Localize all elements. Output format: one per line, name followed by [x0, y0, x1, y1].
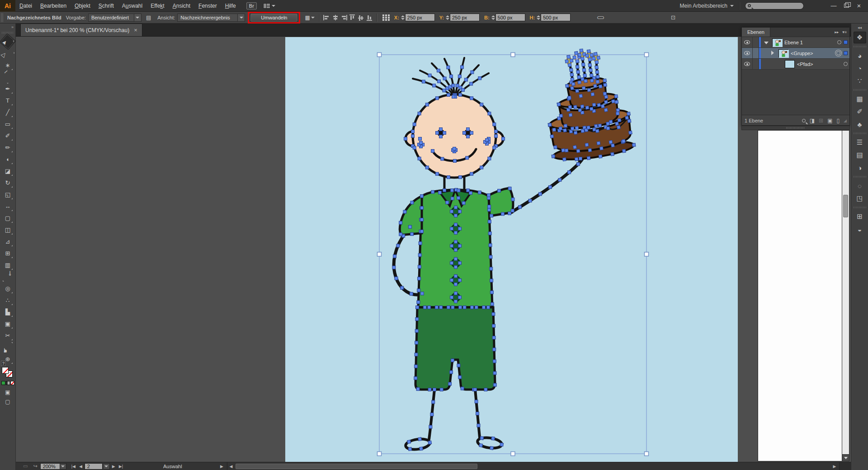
- hand-tool[interactable]: ☛: [2, 341, 14, 353]
- view-dropdown[interactable]: Nachzeichnerergebnis: [177, 14, 245, 22]
- stepper[interactable]: [446, 15, 449, 20]
- delete-layer-icon[interactable]: ▯: [836, 118, 840, 124]
- expand-panels-button[interactable]: ◂◂: [851, 24, 868, 31]
- panel-menu-icon[interactable]: ▾≡: [842, 30, 847, 34]
- status-menu-button[interactable]: ▶: [220, 464, 223, 469]
- gradient-button[interactable]: [6, 381, 10, 385]
- lock-toggle[interactable]: [753, 59, 759, 69]
- layer-thumbnail[interactable]: [772, 38, 782, 47]
- stepper[interactable]: [401, 15, 405, 20]
- none-button[interactable]: [10, 381, 14, 385]
- layers-panel-icon[interactable]: ❖: [854, 32, 866, 43]
- menu-hilfe[interactable]: Hilfe: [221, 0, 240, 12]
- appearance-panel-icon[interactable]: ◌: [854, 180, 866, 192]
- symbols-panel-icon[interactable]: ♣: [854, 118, 866, 130]
- selection-indicator[interactable]: [844, 40, 848, 44]
- menu-fenster[interactable]: Fenster: [194, 0, 221, 12]
- mesh-tool[interactable]: ⊞: [2, 247, 14, 259]
- artboard-tool[interactable]: ▣: [2, 318, 14, 329]
- layer-thumbnail[interactable]: [785, 60, 795, 68]
- pencil-tool[interactable]: ✏: [2, 141, 14, 153]
- artboard-number-field[interactable]: 2: [85, 463, 103, 470]
- graphic-styles-icon[interactable]: ◳: [854, 193, 866, 204]
- first-artboard-button[interactable]: |◀: [70, 464, 77, 469]
- preview-toggle-icon[interactable]: ▭: [23, 463, 28, 469]
- visibility-toggle[interactable]: [742, 37, 753, 47]
- traced-image-object[interactable]: [285, 37, 738, 462]
- scroll-down-button[interactable]: [842, 454, 849, 461]
- panel-group-grip[interactable]: [741, 126, 850, 130]
- transform-bounding-icon[interactable]: ⊡: [671, 14, 675, 21]
- workspace-switcher[interactable]: Mein Arbeitsbereich: [680, 3, 734, 9]
- new-layer-icon[interactable]: ▣: [827, 118, 832, 124]
- fill-stroke-widget[interactable]: ?: [1, 367, 14, 378]
- transform-panel-icon[interactable]: ⊞: [854, 211, 866, 222]
- selection-indicator[interactable]: [844, 51, 848, 55]
- layer-name[interactable]: Ebene 1: [784, 40, 803, 45]
- minimize-button[interactable]: —: [827, 1, 840, 10]
- column-graph-tool[interactable]: ▙: [2, 306, 14, 318]
- menu-ansicht[interactable]: Ansicht: [169, 0, 194, 12]
- layer-name[interactable]: <Pfad>: [797, 61, 813, 67]
- align-bottom-icon[interactable]: [366, 14, 373, 21]
- color-button[interactable]: [1, 381, 5, 385]
- rectangle-tool[interactable]: ▭: [2, 118, 14, 130]
- visibility-toggle[interactable]: [742, 59, 753, 69]
- share-icon[interactable]: ↪: [33, 463, 37, 469]
- artboard-dropdown-button[interactable]: [104, 463, 110, 470]
- menu-objekt[interactable]: Objekt: [71, 0, 94, 12]
- menu-auswahl[interactable]: Auswahl: [118, 0, 146, 12]
- align-left-icon[interactable]: [323, 14, 330, 21]
- close-button[interactable]: ×: [853, 1, 865, 10]
- shape-builder-tool[interactable]: ◫: [2, 224, 14, 235]
- rotate-tool[interactable]: ↻: [2, 177, 14, 188]
- previous-artboard-button[interactable]: ◀: [78, 464, 84, 469]
- menu-schrift[interactable]: Schrift: [94, 0, 118, 12]
- zoom-dropdown-button[interactable]: [60, 463, 66, 470]
- lock-toggle[interactable]: [753, 37, 759, 47]
- new-sublayer-icon[interactable]: ⊞: [819, 118, 823, 124]
- free-transform-tool[interactable]: ▢: [2, 212, 14, 224]
- lock-toggle[interactable]: [753, 48, 759, 58]
- reference-point-grid[interactable]: [382, 14, 390, 21]
- transparency-panel-icon[interactable]: ◑: [854, 162, 866, 174]
- trace-panel-icon[interactable]: ▤: [146, 14, 151, 21]
- restore-button[interactable]: [840, 1, 853, 10]
- perspective-grid-tool[interactable]: ⊿: [2, 235, 14, 247]
- scrollbar-thumb[interactable]: [843, 195, 848, 217]
- link-dimensions-icon[interactable]: ⊂⊃: [597, 14, 603, 21]
- fill-swatch[interactable]: [2, 367, 9, 374]
- eyedropper-tool[interactable]: ⊸: [2, 271, 14, 282]
- menu-datei[interactable]: Datei: [15, 0, 36, 12]
- align-top-icon[interactable]: [349, 14, 356, 21]
- paintbrush-tool[interactable]: ✐: [2, 130, 14, 141]
- blend-tool[interactable]: ◎: [2, 282, 14, 294]
- stepper[interactable]: [491, 15, 495, 20]
- draw-mode-icon[interactable]: ▣: [5, 389, 10, 395]
- scale-tool[interactable]: ◱: [2, 188, 14, 200]
- clipping-mask-icon[interactable]: ◨: [810, 118, 815, 124]
- horizontal-scrollbar[interactable]: ◀ ▶: [227, 462, 851, 470]
- search-input[interactable]: [745, 2, 804, 9]
- resize-grip[interactable]: ◢: [844, 118, 847, 123]
- menu-effekt[interactable]: Effekt: [146, 0, 168, 12]
- arrange-documents-button[interactable]: [263, 3, 275, 9]
- screen-mode-icon[interactable]: ▢: [5, 399, 10, 405]
- align-middle-icon[interactable]: [358, 14, 364, 21]
- target-icon[interactable]: [836, 51, 840, 55]
- line-segment-tool[interactable]: ╱: [2, 106, 14, 118]
- expand-toggle[interactable]: [769, 51, 776, 56]
- gradient-panel-icon[interactable]: ▤: [854, 149, 866, 161]
- vertical-scrollbar[interactable]: [842, 130, 849, 461]
- locate-object-icon[interactable]: [802, 119, 806, 122]
- pen-tool[interactable]: ✒: [2, 83, 14, 94]
- gradient-library-icon[interactable]: ◔: [854, 62, 866, 74]
- target-icon[interactable]: [844, 62, 848, 66]
- menu-bearbeiten[interactable]: Bearbeiten: [36, 0, 71, 12]
- collapse-toolbar-button[interactable]: »: [0, 24, 15, 31]
- align-right-icon[interactable]: [340, 14, 347, 21]
- layer-name[interactable]: <Gruppe>: [791, 51, 813, 56]
- last-artboard-button[interactable]: ▶|: [118, 464, 124, 469]
- align-center-icon[interactable]: [332, 14, 339, 21]
- type-tool[interactable]: T: [2, 94, 14, 106]
